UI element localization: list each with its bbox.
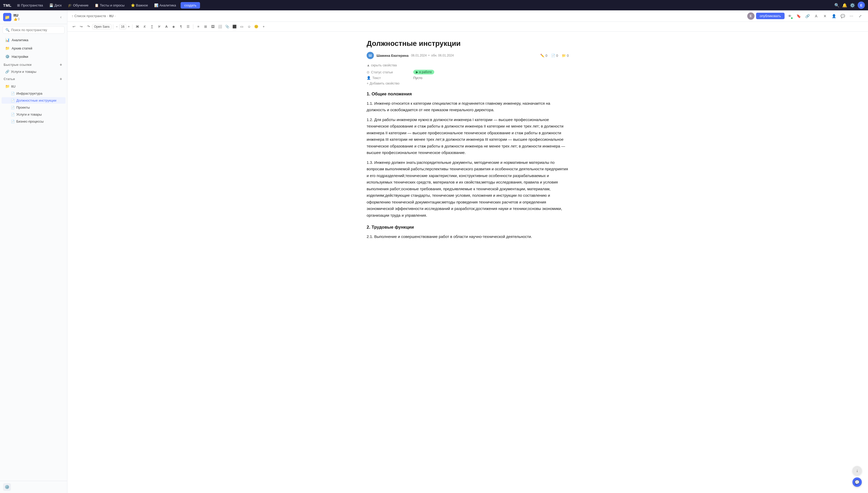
- search-icon[interactable]: 🔍: [834, 3, 840, 8]
- sidebar-settings-button[interactable]: ⚙️: [3, 483, 11, 491]
- collapse-sidebar-button[interactable]: ‹: [58, 14, 64, 20]
- app-logo: TML: [3, 3, 12, 7]
- create-button[interactable]: создать: [181, 2, 200, 8]
- status-badge[interactable]: ▶ в работе: [413, 70, 434, 74]
- tree-item-itu[interactable]: 📁 ItU: [2, 83, 66, 90]
- disk-icon: 💾: [49, 3, 53, 7]
- sidebar-item-analytics[interactable]: 📊 Аналитика: [2, 36, 66, 44]
- nav-item-learning[interactable]: 🎓 Обучение: [65, 2, 91, 8]
- image-button[interactable]: 🖼: [209, 23, 216, 30]
- tree-child-infrastructure[interactable]: 📄 Инфраструктура: [2, 90, 66, 97]
- strikethrough-button[interactable]: ✕: [821, 13, 829, 20]
- more-button[interactable]: ⋯: [848, 13, 855, 20]
- more2-button[interactable]: ▭: [238, 23, 245, 30]
- author-date: 06.01.2024 • обн. 06.01.2024: [411, 53, 454, 57]
- undo-button[interactable]: ↩: [70, 23, 77, 30]
- prop-value-text: Пусто: [413, 76, 422, 80]
- media-button[interactable]: ⬜: [217, 23, 223, 30]
- underline-button[interactable]: Т: [149, 23, 155, 30]
- prop-label-status: ⊙ Статус статьи: [366, 70, 413, 74]
- online-indicator: [791, 17, 793, 19]
- page-icon: 📄: [11, 113, 15, 116]
- nav-item-analytics[interactable]: 📊 Аналитика: [152, 2, 179, 8]
- sidebar-link-services[interactable]: 🔗 Услуги и товары: [0, 68, 67, 75]
- visibility-button[interactable]: 👁: [786, 13, 793, 20]
- add-article-button[interactable]: +: [58, 77, 64, 82]
- link-button[interactable]: 🔗: [804, 13, 811, 20]
- back-button[interactable]: ↑: [71, 14, 73, 18]
- publish-button[interactable]: опубликовать: [756, 13, 784, 19]
- document-body: 1. Общие положения 1.1. Инженер относитс…: [366, 90, 569, 240]
- sidebar-bottom: ⚙️: [0, 481, 67, 493]
- floating-buttons: ↓ 💬: [852, 466, 862, 487]
- sidebar-item-archive[interactable]: 📁 Архив статей: [2, 44, 66, 52]
- tree-child-job-instructions[interactable]: 📄 Должностные инструкции: [2, 97, 66, 104]
- toolbar-right: E опубликовать 👁 🔖 🔗 A ✕ 👤 💬 ⋯ ⤢: [747, 13, 864, 20]
- color-button[interactable]: А: [163, 23, 170, 30]
- chat-button[interactable]: 💬: [852, 477, 862, 487]
- bullet-list-button[interactable]: ≡: [195, 23, 202, 30]
- sidebar: 📁 ItU 👍 0 ‹ 🔍 📊 Аналитика 📁 Архив статей…: [0, 10, 67, 493]
- nav-item-disk[interactable]: 💾 Диск: [47, 2, 64, 8]
- align-button[interactable]: ☰: [185, 23, 192, 30]
- prop-row-text: 👤 Текст Пусто: [366, 76, 569, 80]
- nav-item-important[interactable]: ⭐ Важное: [128, 2, 151, 8]
- redo2-button[interactable]: ↷: [85, 23, 92, 30]
- bookmark-button[interactable]: 🔖: [795, 13, 802, 20]
- nav-item-spaces[interactable]: ⊞ Пространства: [15, 2, 45, 8]
- author-row: Ш Шамина Екатерина 06.01.2024 • обн. 06.…: [366, 52, 569, 59]
- tree-child-projects[interactable]: 📄 Проекты: [2, 104, 66, 111]
- person-button[interactable]: 👤: [830, 13, 838, 20]
- user-avatar[interactable]: E: [858, 2, 865, 9]
- settings-icon[interactable]: ⚙️: [850, 3, 855, 8]
- italic-button[interactable]: К: [141, 23, 148, 30]
- stat-pages: 📄 0: [551, 53, 558, 58]
- analytics-icon: 📊: [5, 38, 9, 42]
- emoji-button[interactable]: ☺: [246, 23, 252, 30]
- font-a-button[interactable]: A: [813, 13, 820, 20]
- font-selector[interactable]: Open Sans: [92, 24, 111, 29]
- add-quick-link-button[interactable]: +: [58, 62, 64, 67]
- comment-button[interactable]: 💬: [839, 13, 846, 20]
- font-size-minus[interactable]: −: [115, 24, 119, 29]
- embed-button[interactable]: ⬛: [231, 23, 238, 30]
- page-icon: 📄: [11, 92, 15, 95]
- articles-section: Статьи +: [0, 75, 67, 83]
- attachment-button[interactable]: 📎: [224, 23, 230, 30]
- divider-2: [132, 24, 132, 29]
- scroll-down-button[interactable]: ↓: [852, 466, 862, 475]
- font-size-plus[interactable]: +: [127, 24, 131, 29]
- main-layout: 📁 ItU 👍 0 ‹ 🔍 📊 Аналитика 📁 Архив статей…: [0, 10, 868, 493]
- breadcrumb: Список пространств › ItU ›: [74, 14, 115, 18]
- sidebar-space-info: ItU 👍 0: [14, 13, 20, 21]
- sidebar-item-settings[interactable]: ⚙️ Настройки: [2, 52, 66, 60]
- tree-child-services[interactable]: 📄 Услуги и товары: [2, 111, 66, 118]
- like-icon: 👍: [14, 17, 17, 21]
- font-size-value[interactable]: 16: [119, 24, 126, 29]
- learning-icon: 🎓: [68, 3, 72, 7]
- bold-button[interactable]: Ж: [134, 23, 141, 30]
- strikethrough-fmt-button[interactable]: У: [156, 23, 162, 30]
- user-e-button[interactable]: E: [747, 13, 755, 20]
- sidebar-search[interactable]: 🔍: [3, 26, 65, 34]
- smiley-button[interactable]: 🙂: [253, 23, 260, 30]
- content-area: Должностные инструкции Ш Шамина Екатерин…: [351, 31, 584, 493]
- chevron-up-icon: ▲: [366, 63, 370, 67]
- hide-properties-button[interactable]: ▲ скрыть свойства: [366, 63, 569, 67]
- nav-right: 🔍 🔔 ⚙️ E: [834, 2, 865, 9]
- tree-child-business-processes[interactable]: 📄 Бизнес-процессы: [2, 118, 66, 125]
- highlight-button[interactable]: ◈: [170, 23, 177, 30]
- author-name: Шамина Екатерина: [377, 53, 408, 58]
- search-input[interactable]: [11, 28, 62, 32]
- paragraph-button[interactable]: ¶: [177, 23, 184, 30]
- add-property-button[interactable]: + Добавить свойство: [366, 81, 569, 85]
- nav-item-tests[interactable]: 📋 Тесты и опросы: [92, 2, 127, 8]
- expand-button[interactable]: ⤢: [856, 13, 864, 20]
- bell-icon[interactable]: 🔔: [842, 3, 847, 8]
- plus-insert-button[interactable]: +: [260, 23, 267, 30]
- table-button[interactable]: ⊞: [202, 23, 209, 30]
- page-icon: 📄: [11, 120, 15, 123]
- redo-button[interactable]: ↪: [78, 23, 85, 30]
- author-avatar: Ш: [366, 52, 374, 59]
- breadcrumb-sep-1: ›: [107, 14, 108, 18]
